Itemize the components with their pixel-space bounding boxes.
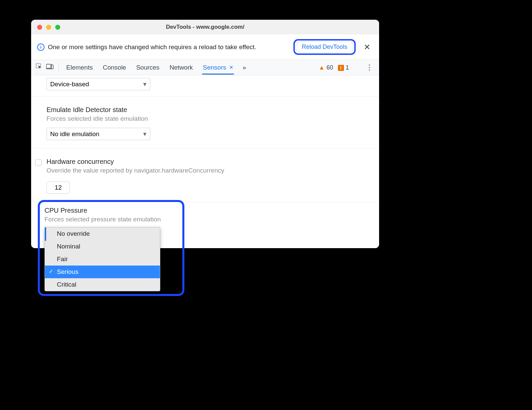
device-toolbar-icon[interactable] bbox=[45, 64, 55, 71]
chevron-down-icon: ▾ bbox=[143, 130, 147, 138]
issues-button[interactable]: ! 1 bbox=[338, 64, 349, 71]
cpu-option-serious[interactable]: Serious bbox=[45, 266, 160, 278]
idle-title: Emulate Idle Detector state bbox=[47, 106, 379, 114]
issue-badge-icon: ! bbox=[338, 65, 344, 71]
concurrency-desc: Override the value reported by navigator… bbox=[47, 167, 224, 174]
tab-elements[interactable]: Elements bbox=[66, 61, 93, 75]
panel-tabs: Elements Console Sources Network Sensors… bbox=[66, 60, 246, 75]
more-menu-icon[interactable]: ⋮ bbox=[366, 63, 373, 72]
warning-triangle-icon: ▲ bbox=[319, 64, 325, 71]
cpu-pressure-select-open[interactable]: No override Nominal Fair Serious Critica… bbox=[45, 227, 160, 291]
titlebar: DevTools - www.google.com/ bbox=[31, 20, 379, 34]
cpu-option-no-override[interactable]: No override bbox=[45, 227, 160, 240]
cpu-pressure-section: CPU Pressure Forces selected pressure st… bbox=[31, 202, 379, 248]
toolbar: Elements Console Sources Network Sensors… bbox=[31, 60, 379, 75]
tab-sensors[interactable]: Sensors × bbox=[202, 60, 234, 75]
devtools-window: DevTools - www.google.com/ i One or more… bbox=[31, 20, 379, 248]
device-based-select-value: Device-based bbox=[50, 81, 89, 88]
device-based-select[interactable]: Device-based ▾ bbox=[47, 78, 150, 90]
cpu-option-nominal[interactable]: Nominal bbox=[45, 240, 160, 253]
cpu-option-critical[interactable]: Critical bbox=[45, 278, 160, 291]
issues-count: 1 bbox=[346, 64, 349, 71]
cpu-option-fair[interactable]: Fair bbox=[45, 253, 160, 266]
window-title: DevTools - www.google.com/ bbox=[31, 24, 379, 30]
chevron-down-icon: ▾ bbox=[143, 80, 147, 88]
more-tabs-icon[interactable]: » bbox=[243, 64, 246, 71]
infobar-text: One or more settings have changed which … bbox=[48, 43, 290, 51]
top-section: Device-based ▾ bbox=[31, 75, 379, 97]
concurrency-checkbox[interactable] bbox=[35, 159, 42, 166]
traffic-lights bbox=[31, 25, 60, 30]
tab-sources[interactable]: Sources bbox=[136, 61, 160, 75]
settings-gear-icon[interactable] bbox=[354, 63, 361, 72]
concurrency-input[interactable] bbox=[47, 182, 70, 194]
tab-network[interactable]: Network bbox=[169, 61, 194, 75]
idle-select-value: No idle emulation bbox=[50, 130, 99, 138]
warnings-button[interactable]: ▲ 60 bbox=[319, 64, 333, 71]
warnings-count: 60 bbox=[327, 64, 333, 71]
tab-console[interactable]: Console bbox=[102, 61, 127, 75]
info-icon: i bbox=[37, 43, 45, 51]
idle-select[interactable]: No idle emulation ▾ bbox=[47, 128, 150, 140]
idle-desc: Forces selected idle state emulation bbox=[47, 115, 379, 122]
tab-sensors-label: Sensors bbox=[203, 64, 226, 71]
inspect-element-icon[interactable] bbox=[34, 63, 45, 72]
reload-devtools-button[interactable]: Reload DevTools bbox=[295, 41, 354, 53]
tab-sensors-close-icon[interactable]: × bbox=[229, 64, 233, 71]
cpu-desc: Forces selected pressure state emulation bbox=[45, 216, 178, 223]
status-area: ▲ 60 ! 1 ⋮ bbox=[319, 63, 373, 72]
separator bbox=[59, 63, 59, 72]
reload-highlight: Reload DevTools bbox=[293, 39, 356, 55]
infobar: i One or more settings have changed whic… bbox=[31, 34, 379, 60]
concurrency-section: Hardware concurrency Override the value … bbox=[31, 148, 379, 202]
minimize-window-button[interactable] bbox=[46, 25, 51, 30]
dismiss-infobar-button[interactable]: ✕ bbox=[361, 42, 373, 52]
concurrency-title: Hardware concurrency bbox=[47, 158, 224, 166]
cpu-pressure-highlight: CPU Pressure Forces selected pressure st… bbox=[38, 200, 184, 296]
close-window-button[interactable] bbox=[37, 25, 42, 30]
maximize-window-button[interactable] bbox=[55, 25, 60, 30]
idle-section: Emulate Idle Detector state Forces selec… bbox=[31, 97, 379, 148]
cpu-title: CPU Pressure bbox=[45, 207, 178, 214]
sensors-panel: Device-based ▾ Emulate Idle Detector sta… bbox=[31, 75, 379, 248]
